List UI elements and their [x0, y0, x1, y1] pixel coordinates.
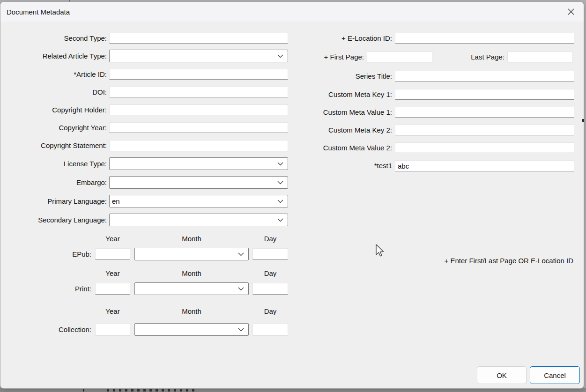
epub-month-select[interactable] [134, 248, 249, 260]
article-id-label: *Article ID: [0, 69, 107, 80]
related-article-type-label: Related Article Type: [0, 50, 107, 62]
custom-meta-key-2-label: Custom Meta Key 2: [281, 125, 392, 135]
print-day-header: Day [252, 269, 288, 277]
print-label: Print: [0, 282, 91, 295]
custom-meta-value-1-input[interactable] [395, 107, 574, 118]
chevron-down-icon [238, 287, 244, 291]
collection-month-header: Month [134, 307, 249, 315]
series-title-label: Series Title: [281, 71, 392, 81]
license-type-label: License Type: [0, 157, 107, 170]
copyright-holder-input[interactable] [109, 104, 288, 115]
epub-year-input[interactable] [95, 248, 130, 260]
collection-month-select[interactable] [134, 323, 249, 336]
primary-language-select[interactable]: en [109, 195, 288, 207]
second-type-input[interactable] [109, 33, 288, 44]
primary-language-label: Primary Language: [0, 195, 107, 207]
custom-meta-value-2-label: Custom Meta Value 2: [281, 142, 392, 153]
custom-meta-value-2-input[interactable] [395, 142, 574, 153]
e-location-id-label: + E-Location ID: [281, 33, 392, 44]
chevron-down-icon [277, 218, 283, 222]
primary-language-value: en [112, 197, 120, 205]
collection-label: Collection: [0, 323, 91, 336]
collection-day-input[interactable] [252, 324, 288, 335]
epub-day-input[interactable] [252, 248, 288, 260]
second-type-label: Second Type: [0, 33, 107, 44]
secondary-language-label: Secondary Language: [0, 214, 107, 226]
last-page-label: Last Page: [431, 52, 504, 62]
first-page-input[interactable] [367, 52, 432, 62]
page-elocation-note: + Enter First/Last Page OR E-Location ID [339, 257, 573, 265]
window-edge-artifact [582, 119, 584, 122]
custom-meta-key-1-input[interactable] [395, 89, 574, 100]
print-day-input[interactable] [252, 283, 288, 295]
related-article-type-select[interactable] [109, 50, 288, 62]
series-title-input[interactable] [395, 71, 574, 81]
print-month-select[interactable] [134, 282, 249, 295]
copyright-year-input[interactable] [109, 122, 288, 133]
epub-label: EPub: [0, 248, 91, 260]
chevron-down-icon [277, 181, 283, 185]
collection-year-input[interactable] [95, 324, 130, 335]
chevron-down-icon [238, 328, 244, 332]
custom-meta-key-2-input[interactable] [395, 125, 574, 135]
license-type-select[interactable] [109, 157, 288, 170]
print-year-input[interactable] [95, 283, 130, 295]
embargo-label: Embargo: [0, 176, 107, 189]
chevron-down-icon [277, 200, 283, 203]
copyright-year-label: Copyright Year: [0, 122, 107, 133]
e-location-id-input[interactable] [395, 33, 574, 44]
last-page-input[interactable] [507, 52, 573, 62]
collection-day-header: Day [252, 307, 288, 315]
epub-year-header: Year [95, 235, 130, 243]
doi-label: DOI: [0, 87, 107, 97]
screen: Document Metadata Second Type: Related A… [0, 0, 586, 392]
test1-label: *test1 [281, 160, 392, 171]
embargo-select[interactable] [109, 176, 288, 189]
secondary-language-select[interactable] [109, 214, 288, 226]
chevron-down-icon [277, 54, 283, 58]
ok-button[interactable]: OK [477, 366, 527, 384]
print-month-header: Month [134, 269, 249, 277]
custom-meta-key-1-label: Custom Meta Key 1: [281, 89, 392, 100]
copyright-statement-label: Copyright Statement: [0, 140, 107, 151]
epub-month-header: Month [134, 235, 249, 243]
copyright-holder-label: Copyright Holder: [0, 104, 107, 115]
metadata-form: Second Type: Related Article Type: *Arti… [0, 0, 586, 392]
copyright-statement-input[interactable] [109, 140, 288, 151]
epub-day-header: Day [252, 235, 288, 243]
first-page-label: + First Page: [290, 52, 364, 62]
cancel-button[interactable]: Cancel [530, 366, 580, 384]
collection-year-header: Year [95, 307, 130, 315]
test1-input[interactable] [395, 160, 574, 171]
custom-meta-value-1-label: Custom Meta Value 1: [281, 107, 392, 118]
chevron-down-icon [238, 252, 244, 256]
article-id-input[interactable] [109, 69, 288, 80]
doi-input[interactable] [109, 87, 288, 97]
print-year-header: Year [95, 269, 130, 277]
